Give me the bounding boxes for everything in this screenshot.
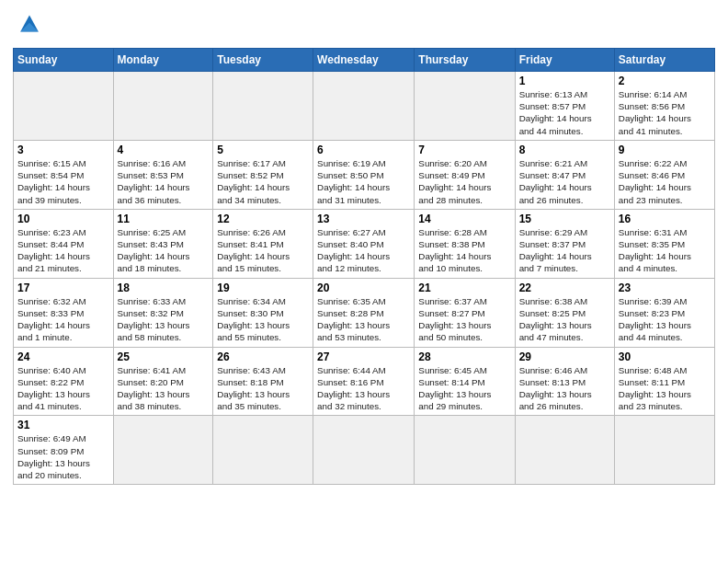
header-row: SundayMondayTuesdayWednesdayThursdayFrid… (14, 49, 715, 72)
day-number: 24 (17, 350, 109, 363)
day-number: 4 (118, 144, 210, 156)
calendar-body: 1Sunrise: 6:13 AM Sunset: 8:57 PM Daylig… (14, 72, 715, 485)
day-number: 5 (217, 144, 309, 156)
day-cell: 11Sunrise: 6:25 AM Sunset: 8:43 PM Dayli… (113, 209, 213, 278)
day-cell (415, 72, 515, 141)
day-info: Sunrise: 6:15 AM Sunset: 8:54 PM Dayligh… (17, 157, 109, 206)
day-number: 19 (217, 282, 309, 294)
day-info: Sunrise: 6:28 AM Sunset: 8:38 PM Dayligh… (418, 226, 510, 275)
day-cell: 22Sunrise: 6:38 AM Sunset: 8:25 PM Dayli… (515, 278, 614, 347)
day-info: Sunrise: 6:14 AM Sunset: 8:56 PM Dayligh… (619, 88, 711, 137)
day-cell: 10Sunrise: 6:23 AM Sunset: 8:44 PM Dayli… (14, 209, 114, 278)
day-number: 10 (17, 213, 109, 225)
day-info: Sunrise: 6:13 AM Sunset: 8:57 PM Dayligh… (519, 88, 610, 137)
header-monday: Monday (113, 49, 213, 72)
day-info: Sunrise: 6:43 AM Sunset: 8:18 PM Dayligh… (217, 364, 309, 413)
day-info: Sunrise: 6:41 AM Sunset: 8:20 PM Dayligh… (118, 364, 210, 413)
day-cell: 20Sunrise: 6:35 AM Sunset: 8:28 PM Dayli… (313, 278, 415, 347)
day-cell: 7Sunrise: 6:20 AM Sunset: 8:49 PM Daylig… (415, 140, 515, 209)
day-cell: 26Sunrise: 6:43 AM Sunset: 8:18 PM Dayli… (213, 347, 313, 416)
day-cell: 9Sunrise: 6:22 AM Sunset: 8:46 PM Daylig… (614, 140, 714, 209)
week-row-5: 31Sunrise: 6:49 AM Sunset: 8:09 PM Dayli… (14, 416, 715, 485)
day-info: Sunrise: 6:48 AM Sunset: 8:11 PM Dayligh… (619, 364, 711, 413)
day-cell: 23Sunrise: 6:39 AM Sunset: 8:23 PM Dayli… (614, 278, 714, 347)
day-number: 2 (619, 75, 711, 87)
day-cell: 31Sunrise: 6:49 AM Sunset: 8:09 PM Dayli… (14, 416, 114, 485)
day-cell: 3Sunrise: 6:15 AM Sunset: 8:54 PM Daylig… (14, 140, 114, 209)
header-thursday: Thursday (415, 49, 515, 72)
day-cell (313, 72, 415, 141)
day-cell: 8Sunrise: 6:21 AM Sunset: 8:47 PM Daylig… (515, 140, 614, 209)
day-number: 18 (118, 282, 210, 294)
day-cell: 1Sunrise: 6:13 AM Sunset: 8:57 PM Daylig… (515, 72, 614, 141)
week-row-0: 1Sunrise: 6:13 AM Sunset: 8:57 PM Daylig… (14, 72, 715, 141)
day-info: Sunrise: 6:37 AM Sunset: 8:27 PM Dayligh… (418, 295, 510, 344)
day-info: Sunrise: 6:33 AM Sunset: 8:32 PM Dayligh… (118, 295, 210, 344)
header-tuesday: Tuesday (213, 49, 313, 72)
day-info: Sunrise: 6:46 AM Sunset: 8:13 PM Dayligh… (519, 364, 610, 413)
week-row-3: 17Sunrise: 6:32 AM Sunset: 8:33 PM Dayli… (14, 278, 715, 347)
day-cell: 15Sunrise: 6:29 AM Sunset: 8:37 PM Dayli… (515, 209, 614, 278)
header-saturday: Saturday (614, 49, 714, 72)
day-cell (515, 416, 614, 485)
header-sunday: Sunday (14, 49, 114, 72)
day-number: 6 (317, 144, 410, 156)
day-number: 20 (317, 282, 410, 294)
day-info: Sunrise: 6:49 AM Sunset: 8:09 PM Dayligh… (17, 432, 109, 481)
day-info: Sunrise: 6:32 AM Sunset: 8:33 PM Dayligh… (17, 295, 109, 344)
day-info: Sunrise: 6:40 AM Sunset: 8:22 PM Dayligh… (17, 364, 109, 413)
day-number: 1 (519, 75, 610, 87)
day-cell (213, 72, 313, 141)
day-cell: 6Sunrise: 6:19 AM Sunset: 8:50 PM Daylig… (313, 140, 415, 209)
day-cell (415, 416, 515, 485)
day-info: Sunrise: 6:20 AM Sunset: 8:49 PM Dayligh… (418, 157, 510, 206)
day-number: 8 (519, 144, 610, 156)
day-cell: 30Sunrise: 6:48 AM Sunset: 8:11 PM Dayli… (614, 347, 714, 416)
day-info: Sunrise: 6:44 AM Sunset: 8:16 PM Dayligh… (317, 364, 410, 413)
day-number: 7 (418, 144, 510, 156)
week-row-2: 10Sunrise: 6:23 AM Sunset: 8:44 PM Dayli… (14, 209, 715, 278)
day-number: 29 (519, 350, 610, 363)
day-cell (213, 416, 313, 485)
day-info: Sunrise: 6:19 AM Sunset: 8:50 PM Dayligh… (317, 157, 410, 206)
day-number: 22 (519, 282, 610, 294)
day-info: Sunrise: 6:31 AM Sunset: 8:35 PM Dayligh… (619, 226, 711, 275)
day-info: Sunrise: 6:45 AM Sunset: 8:14 PM Dayligh… (418, 364, 510, 413)
header (13, 9, 715, 42)
day-info: Sunrise: 6:16 AM Sunset: 8:53 PM Dayligh… (118, 157, 210, 206)
day-cell: 2Sunrise: 6:14 AM Sunset: 8:56 PM Daylig… (614, 72, 714, 141)
day-info: Sunrise: 6:27 AM Sunset: 8:40 PM Dayligh… (317, 226, 410, 275)
page: SundayMondayTuesdayWednesdayThursdayFrid… (0, 0, 728, 563)
day-number: 15 (519, 213, 610, 225)
day-cell (14, 72, 114, 141)
logo-icon (13, 9, 46, 42)
day-info: Sunrise: 6:22 AM Sunset: 8:46 PM Dayligh… (619, 157, 711, 206)
day-cell: 25Sunrise: 6:41 AM Sunset: 8:20 PM Dayli… (113, 347, 213, 416)
header-wednesday: Wednesday (313, 49, 415, 72)
day-cell: 14Sunrise: 6:28 AM Sunset: 8:38 PM Dayli… (415, 209, 515, 278)
day-info: Sunrise: 6:38 AM Sunset: 8:25 PM Dayligh… (519, 295, 610, 344)
week-row-4: 24Sunrise: 6:40 AM Sunset: 8:22 PM Dayli… (14, 347, 715, 416)
day-info: Sunrise: 6:25 AM Sunset: 8:43 PM Dayligh… (118, 226, 210, 275)
day-cell (113, 72, 213, 141)
day-number: 25 (118, 350, 210, 363)
calendar-table: SundayMondayTuesdayWednesdayThursdayFrid… (13, 48, 715, 485)
day-number: 27 (317, 350, 410, 363)
day-number: 17 (17, 282, 109, 294)
day-cell: 19Sunrise: 6:34 AM Sunset: 8:30 PM Dayli… (213, 278, 313, 347)
day-number: 16 (619, 213, 711, 225)
day-number: 21 (418, 282, 510, 294)
day-info: Sunrise: 6:34 AM Sunset: 8:30 PM Dayligh… (217, 295, 309, 344)
calendar-header: SundayMondayTuesdayWednesdayThursdayFrid… (14, 49, 715, 72)
day-cell: 4Sunrise: 6:16 AM Sunset: 8:53 PM Daylig… (113, 140, 213, 209)
day-cell (614, 416, 714, 485)
day-info: Sunrise: 6:29 AM Sunset: 8:37 PM Dayligh… (519, 226, 610, 275)
day-cell: 12Sunrise: 6:26 AM Sunset: 8:41 PM Dayli… (213, 209, 313, 278)
day-cell (113, 416, 213, 485)
day-number: 9 (619, 144, 711, 156)
day-number: 30 (619, 350, 711, 363)
day-cell: 28Sunrise: 6:45 AM Sunset: 8:14 PM Dayli… (415, 347, 515, 416)
day-number: 31 (17, 419, 109, 431)
day-cell: 16Sunrise: 6:31 AM Sunset: 8:35 PM Dayli… (614, 209, 714, 278)
day-cell: 18Sunrise: 6:33 AM Sunset: 8:32 PM Dayli… (113, 278, 213, 347)
